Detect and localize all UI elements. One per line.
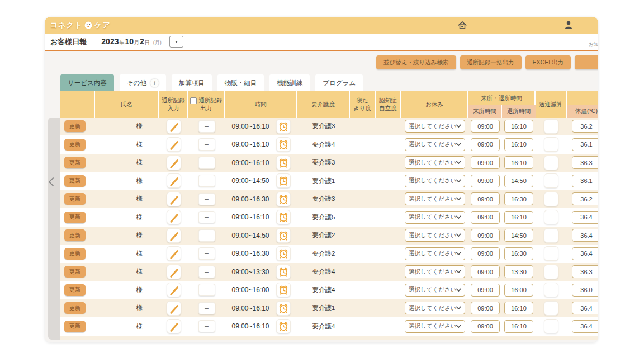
time-edit-button[interactable]: [276, 173, 291, 188]
update-button[interactable]: 更新: [64, 266, 86, 278]
rest-select[interactable]: 選択してください: [405, 229, 465, 242]
temperature-input[interactable]: [572, 120, 598, 133]
transport-reduction-button[interactable]: [544, 319, 558, 333]
record-output-checkbox[interactable]: [190, 97, 197, 104]
arrive-time-input[interactable]: [471, 156, 500, 169]
record-input-button[interactable]: [167, 156, 181, 170]
record-output-button[interactable]: –: [198, 175, 215, 187]
time-edit-button[interactable]: [276, 246, 291, 261]
time-edit-button[interactable]: [276, 265, 291, 279]
time-edit-button[interactable]: [276, 156, 291, 170]
record-input-button[interactable]: [167, 283, 181, 297]
time-edit-button[interactable]: [276, 210, 291, 224]
record-input-button[interactable]: [167, 137, 181, 152]
home-icon[interactable]: [457, 20, 467, 30]
leave-time-input[interactable]: [504, 247, 533, 260]
time-edit-button[interactable]: [276, 319, 291, 333]
arrive-time-input[interactable]: [471, 138, 500, 151]
record-input-button[interactable]: [167, 319, 181, 333]
time-edit-button[interactable]: [276, 301, 291, 316]
temperature-input[interactable]: [572, 211, 598, 224]
temperature-input[interactable]: [572, 265, 598, 278]
transport-reduction-button[interactable]: [544, 265, 558, 279]
record-output-button[interactable]: –: [198, 320, 215, 332]
transport-reduction-button[interactable]: [544, 228, 558, 243]
record-input-button[interactable]: [167, 265, 181, 279]
record-output-button[interactable]: –: [198, 211, 215, 223]
arrive-time-input[interactable]: [471, 120, 500, 133]
update-button[interactable]: 更新: [64, 302, 86, 314]
user-icon[interactable]: [564, 20, 574, 30]
rest-select[interactable]: 選択してください: [405, 211, 465, 224]
leave-time-input[interactable]: [504, 120, 533, 133]
temperature-input[interactable]: [572, 192, 598, 205]
tab-function-training[interactable]: 機能訓練: [269, 74, 310, 91]
record-output-button[interactable]: –: [198, 247, 215, 260]
tab-sales-details[interactable]: 物販・細目: [217, 74, 264, 91]
rest-select[interactable]: 選択してください: [405, 192, 465, 205]
arrive-time-input[interactable]: [471, 192, 500, 205]
record-output-button[interactable]: –: [198, 284, 215, 296]
rest-select[interactable]: 選択してください: [405, 138, 465, 151]
leave-time-input[interactable]: [504, 284, 533, 297]
sort-filter-button[interactable]: 並び替え・絞り込み検索: [376, 55, 456, 69]
transport-reduction-button[interactable]: [544, 192, 558, 206]
date-dropdown-button[interactable]: ▼: [169, 36, 183, 48]
arrive-time-input[interactable]: [471, 211, 500, 224]
tab-other[interactable]: その他 i: [120, 74, 166, 91]
arrive-time-input[interactable]: [471, 175, 500, 187]
record-input-button[interactable]: [167, 246, 181, 261]
bulk-record-export-button[interactable]: 通所記録一括出力: [460, 55, 522, 69]
update-button[interactable]: 更新: [64, 284, 86, 296]
record-output-button[interactable]: –: [198, 302, 215, 314]
record-output-button[interactable]: –: [198, 157, 215, 169]
leave-time-input[interactable]: [504, 229, 533, 242]
record-input-button[interactable]: [167, 173, 181, 188]
rest-select[interactable]: 選択してください: [405, 320, 465, 333]
arrive-time-input[interactable]: [471, 265, 500, 278]
update-button[interactable]: 更新: [64, 157, 86, 168]
leave-time-input[interactable]: [504, 302, 533, 314]
record-output-button[interactable]: –: [198, 266, 215, 278]
transport-reduction-button[interactable]: [544, 283, 558, 297]
temperature-input[interactable]: [572, 229, 598, 242]
record-output-button[interactable]: –: [198, 193, 215, 205]
rest-select[interactable]: 選択してください: [405, 156, 465, 169]
time-edit-button[interactable]: [276, 283, 291, 297]
leave-time-input[interactable]: [504, 138, 533, 151]
leave-time-input[interactable]: [504, 320, 533, 333]
rest-select[interactable]: 選択してください: [405, 265, 465, 278]
rest-select[interactable]: 選択してください: [405, 247, 465, 260]
update-button[interactable]: 更新: [64, 229, 86, 241]
record-output-button[interactable]: –: [198, 229, 215, 242]
update-button[interactable]: 更新: [64, 120, 86, 132]
temperature-input[interactable]: [572, 175, 598, 187]
temperature-input[interactable]: [572, 247, 598, 260]
transport-reduction-button[interactable]: [544, 137, 558, 152]
leave-time-input[interactable]: [504, 175, 533, 187]
update-button[interactable]: 更新: [64, 193, 86, 205]
tab-service-content[interactable]: サービス内容: [60, 74, 114, 91]
temperature-input[interactable]: [572, 302, 598, 314]
rest-select[interactable]: 選択してください: [405, 302, 465, 314]
time-edit-button[interactable]: [276, 119, 291, 134]
update-button[interactable]: 更新: [64, 212, 86, 223]
transport-reduction-button[interactable]: [544, 210, 558, 224]
collapse-sidebar-button[interactable]: [45, 175, 56, 189]
leave-time-input[interactable]: [504, 265, 533, 278]
transport-reduction-button[interactable]: [544, 173, 558, 188]
record-input-button[interactable]: [167, 210, 181, 224]
time-edit-button[interactable]: [276, 137, 291, 152]
transport-reduction-button[interactable]: [544, 119, 558, 134]
transport-reduction-button[interactable]: [544, 301, 558, 316]
record-input-button[interactable]: [167, 192, 181, 206]
temperature-input[interactable]: [572, 138, 598, 151]
arrive-time-input[interactable]: [471, 229, 500, 242]
record-input-button[interactable]: [167, 301, 181, 316]
record-input-button[interactable]: [167, 228, 181, 243]
record-output-button[interactable]: –: [198, 120, 215, 133]
tab-addition-items[interactable]: 加算項目: [172, 74, 212, 91]
arrive-time-input[interactable]: [471, 302, 500, 314]
temperature-input[interactable]: [572, 284, 598, 297]
rest-select[interactable]: 選択してください: [405, 284, 465, 297]
